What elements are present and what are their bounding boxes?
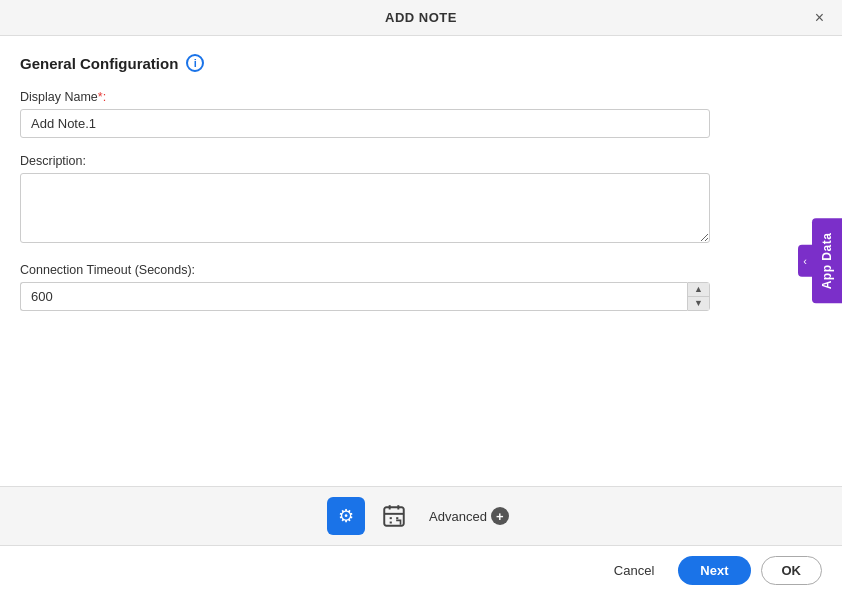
dialog-title: ADD NOTE xyxy=(385,10,457,25)
next-button[interactable]: Next xyxy=(678,556,750,585)
app-data-arrow-button[interactable]: ‹ xyxy=(798,245,812,277)
dialog-footer: Cancel Next OK xyxy=(0,545,842,595)
dialog-header: ADD NOTE × xyxy=(0,0,842,36)
description-input[interactable] xyxy=(20,173,710,243)
schedule-icon xyxy=(381,503,407,529)
cancel-button[interactable]: Cancel xyxy=(600,556,668,585)
display-name-group: Display Name*: xyxy=(20,90,822,138)
app-data-toggle-button[interactable]: App Data xyxy=(812,219,842,304)
display-name-input[interactable] xyxy=(20,109,710,138)
schedule-button[interactable] xyxy=(375,497,413,535)
description-label: Description: xyxy=(20,154,822,168)
spinner-up-button[interactable]: ▲ xyxy=(688,283,709,297)
dialog-toolbar: ⚙ Advanced + xyxy=(0,486,842,545)
advanced-button[interactable]: Advanced + xyxy=(423,507,515,525)
app-data-arrow-icon: ‹ xyxy=(803,255,807,267)
connection-timeout-label: Connection Timeout (Seconds): xyxy=(20,263,822,277)
timeout-input[interactable] xyxy=(20,282,687,311)
spinner-down-button[interactable]: ▼ xyxy=(688,297,709,310)
ok-button[interactable]: OK xyxy=(761,556,823,585)
advanced-label: Advanced xyxy=(429,509,487,524)
connection-timeout-group: Connection Timeout (Seconds): ▲ ▼ xyxy=(20,263,822,311)
close-button[interactable]: × xyxy=(809,7,830,29)
section-title: General Configuration i xyxy=(20,54,822,72)
dialog-body: General Configuration i Display Name*: D… xyxy=(0,36,842,486)
spinner-buttons: ▲ ▼ xyxy=(687,282,710,311)
section-title-text: General Configuration xyxy=(20,55,178,72)
app-data-panel: ‹ App Data xyxy=(798,219,842,304)
dialog: ADD NOTE × General Configuration i Displ… xyxy=(0,0,842,595)
info-icon[interactable]: i xyxy=(186,54,204,72)
gear-button[interactable]: ⚙ xyxy=(327,497,365,535)
advanced-plus-icon: + xyxy=(491,507,509,525)
description-group: Description: xyxy=(20,154,822,247)
timeout-spinner-wrapper: ▲ ▼ xyxy=(20,282,710,311)
gear-icon: ⚙ xyxy=(338,505,354,527)
display-name-label: Display Name*: xyxy=(20,90,822,104)
